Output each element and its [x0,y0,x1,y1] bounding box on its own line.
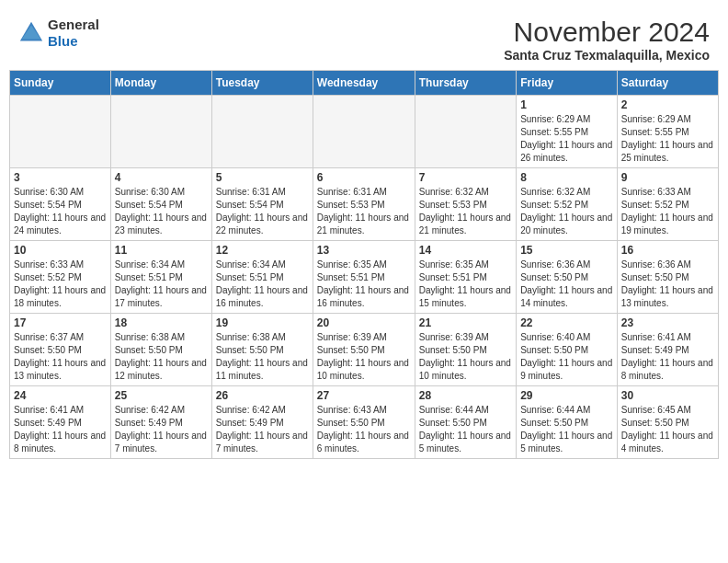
logo-blue: Blue [48,33,78,49]
day-number: 21 [419,316,512,329]
calendar-cell: 11Sunrise: 6:34 AM Sunset: 5:51 PM Dayli… [110,241,211,314]
day-number: 10 [14,244,107,257]
day-number: 5 [216,171,309,184]
day-info: Sunrise: 6:33 AM Sunset: 5:52 PM Dayligh… [14,259,107,310]
day-info: Sunrise: 6:38 AM Sunset: 5:50 PM Dayligh… [115,331,208,383]
day-number: 13 [317,244,411,257]
calendar-cell: 23Sunrise: 6:41 AM Sunset: 5:49 PM Dayli… [617,314,718,386]
day-number: 6 [317,171,411,184]
day-info: Sunrise: 6:40 AM Sunset: 5:50 PM Dayligh… [520,331,613,383]
day-number: 7 [419,171,512,184]
calendar-cell: 21Sunrise: 6:39 AM Sunset: 5:50 PM Dayli… [415,314,516,386]
calendar-cell: 18Sunrise: 6:38 AM Sunset: 5:50 PM Dayli… [110,314,211,386]
month-title: November 2024 [504,17,710,48]
calendar-cell: 24Sunrise: 6:41 AM Sunset: 5:49 PM Dayli… [10,386,111,459]
calendar-cell: 15Sunrise: 6:36 AM Sunset: 5:50 PM Dayli… [517,241,618,314]
day-info: Sunrise: 6:44 AM Sunset: 5:50 PM Dayligh… [520,404,613,455]
calendar-cell: 17Sunrise: 6:37 AM Sunset: 5:50 PM Dayli… [10,314,111,386]
day-number: 19 [216,316,309,329]
day-info: Sunrise: 6:30 AM Sunset: 5:54 PM Dayligh… [115,186,208,237]
day-info: Sunrise: 6:39 AM Sunset: 5:50 PM Dayligh… [317,331,411,383]
calendar-cell: 29Sunrise: 6:44 AM Sunset: 5:50 PM Dayli… [517,386,618,459]
day-info: Sunrise: 6:29 AM Sunset: 5:55 PM Dayligh… [520,113,613,165]
calendar-cell: 5Sunrise: 6:31 AM Sunset: 5:54 PM Daylig… [211,168,313,241]
calendar-cell: 2Sunrise: 6:29 AM Sunset: 5:55 PM Daylig… [617,96,718,168]
day-number: 22 [520,316,613,329]
svg-marker-1 [22,26,41,40]
calendar-cell: 19Sunrise: 6:38 AM Sunset: 5:50 PM Dayli… [211,314,313,386]
calendar-cell: 22Sunrise: 6:40 AM Sunset: 5:50 PM Dayli… [517,314,618,386]
day-number: 1 [520,98,613,111]
day-info: Sunrise: 6:34 AM Sunset: 5:51 PM Dayligh… [216,259,309,310]
day-number: 2 [621,98,714,111]
calendar-cell: 16Sunrise: 6:36 AM Sunset: 5:50 PM Dayli… [617,241,718,314]
day-number: 8 [520,171,613,184]
day-info: Sunrise: 6:37 AM Sunset: 5:50 PM Dayligh… [14,331,107,383]
day-number: 23 [621,316,714,329]
day-info: Sunrise: 6:41 AM Sunset: 5:49 PM Dayligh… [621,331,714,383]
day-info: Sunrise: 6:32 AM Sunset: 5:53 PM Dayligh… [419,186,512,237]
calendar-cell: 20Sunrise: 6:39 AM Sunset: 5:50 PM Dayli… [313,314,415,386]
day-info: Sunrise: 6:35 AM Sunset: 5:51 PM Dayligh… [317,259,411,310]
day-number: 12 [216,244,309,257]
weekday-header: Tuesday [211,71,313,96]
logo-icon [18,20,44,46]
weekday-header: Friday [517,71,618,96]
calendar-cell: 25Sunrise: 6:42 AM Sunset: 5:49 PM Dayli… [110,386,211,459]
calendar-cell: 30Sunrise: 6:45 AM Sunset: 5:50 PM Dayli… [617,386,718,459]
calendar-cell: 27Sunrise: 6:43 AM Sunset: 5:50 PM Dayli… [313,386,415,459]
calendar-cell: 10Sunrise: 6:33 AM Sunset: 5:52 PM Dayli… [10,241,111,314]
day-info: Sunrise: 6:44 AM Sunset: 5:50 PM Dayligh… [419,404,512,455]
calendar-cell [313,96,415,168]
day-info: Sunrise: 6:29 AM Sunset: 5:55 PM Dayligh… [621,113,714,165]
day-info: Sunrise: 6:42 AM Sunset: 5:49 PM Dayligh… [115,404,208,455]
calendar-week-row: 10Sunrise: 6:33 AM Sunset: 5:52 PM Dayli… [10,241,719,314]
calendar-cell: 6Sunrise: 6:31 AM Sunset: 5:53 PM Daylig… [313,168,415,241]
day-info: Sunrise: 6:30 AM Sunset: 5:54 PM Dayligh… [14,186,107,237]
calendar-table: SundayMondayTuesdayWednesdayThursdayFrid… [9,70,719,459]
title-section: November 2024 Santa Cruz Texmalaquilla, … [504,17,710,63]
day-info: Sunrise: 6:42 AM Sunset: 5:49 PM Dayligh… [216,404,309,455]
calendar-week-row: 3Sunrise: 6:30 AM Sunset: 5:54 PM Daylig… [10,168,719,241]
day-number: 27 [317,389,411,402]
weekday-header: Saturday [617,71,718,96]
day-number: 14 [419,244,512,257]
calendar-cell: 26Sunrise: 6:42 AM Sunset: 5:49 PM Dayli… [211,386,313,459]
logo-general: General [48,17,99,32]
day-number: 15 [520,244,613,257]
day-number: 17 [14,316,107,329]
calendar-header-row: SundayMondayTuesdayWednesdayThursdayFrid… [10,71,719,96]
day-number: 4 [115,171,208,184]
day-info: Sunrise: 6:38 AM Sunset: 5:50 PM Dayligh… [216,331,309,383]
calendar-cell: 8Sunrise: 6:32 AM Sunset: 5:52 PM Daylig… [517,168,618,241]
day-number: 3 [14,171,107,184]
logo-text: General Blue [48,17,99,50]
calendar-week-row: 1Sunrise: 6:29 AM Sunset: 5:55 PM Daylig… [10,96,719,168]
day-number: 11 [115,244,208,257]
day-info: Sunrise: 6:43 AM Sunset: 5:50 PM Dayligh… [317,404,411,455]
calendar-cell: 1Sunrise: 6:29 AM Sunset: 5:55 PM Daylig… [517,96,618,168]
day-info: Sunrise: 6:32 AM Sunset: 5:52 PM Dayligh… [520,186,613,237]
day-number: 20 [317,316,411,329]
calendar-cell: 13Sunrise: 6:35 AM Sunset: 5:51 PM Dayli… [313,241,415,314]
calendar-cell: 4Sunrise: 6:30 AM Sunset: 5:54 PM Daylig… [110,168,211,241]
calendar-week-row: 17Sunrise: 6:37 AM Sunset: 5:50 PM Dayli… [10,314,719,386]
page-header: General Blue November 2024 Santa Cruz Te… [9,9,719,66]
calendar-cell: 14Sunrise: 6:35 AM Sunset: 5:51 PM Dayli… [415,241,516,314]
day-number: 26 [216,389,309,402]
day-info: Sunrise: 6:31 AM Sunset: 5:54 PM Dayligh… [216,186,309,237]
day-info: Sunrise: 6:39 AM Sunset: 5:50 PM Dayligh… [419,331,512,383]
day-info: Sunrise: 6:35 AM Sunset: 5:51 PM Dayligh… [419,259,512,310]
weekday-header: Wednesday [313,71,415,96]
calendar-cell: 7Sunrise: 6:32 AM Sunset: 5:53 PM Daylig… [415,168,516,241]
day-info: Sunrise: 6:34 AM Sunset: 5:51 PM Dayligh… [115,259,208,310]
day-info: Sunrise: 6:31 AM Sunset: 5:53 PM Dayligh… [317,186,411,237]
day-number: 28 [419,389,512,402]
day-number: 29 [520,389,613,402]
calendar-cell [110,96,211,168]
logo: General Blue [18,17,99,50]
calendar-cell: 28Sunrise: 6:44 AM Sunset: 5:50 PM Dayli… [415,386,516,459]
day-info: Sunrise: 6:33 AM Sunset: 5:52 PM Dayligh… [621,186,714,237]
day-number: 30 [621,389,714,402]
weekday-header: Thursday [415,71,516,96]
